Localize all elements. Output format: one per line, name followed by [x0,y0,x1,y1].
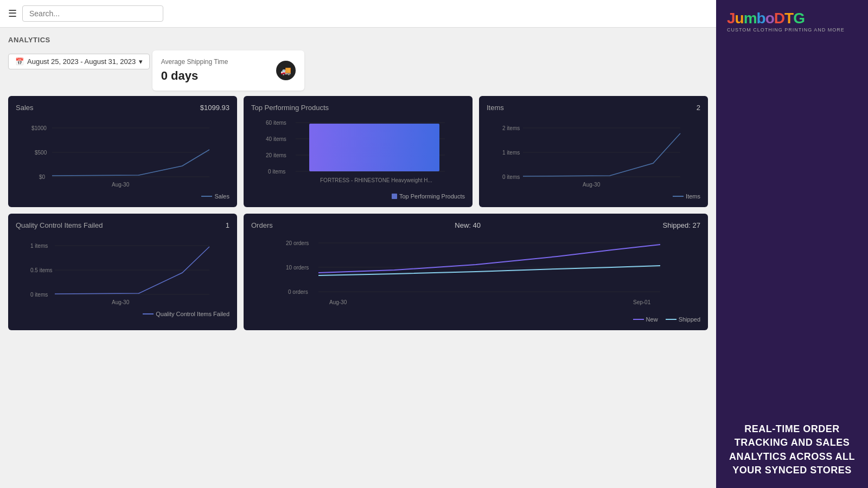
main-area: ☰ ANALYTICS 📅 August 25, 2023 - August 3… [0,0,716,488]
orders-chart-svg: 20 orders 10 orders 0 orders Aug-30 Sep-… [251,235,700,311]
svg-text:$1000: $1000 [31,125,47,131]
qc-legend-item: Quality Control Items Failed [143,311,229,317]
svg-text:0 items: 0 items [30,292,48,298]
items-chart-title: Items [487,104,504,112]
items-legend: Items [487,193,700,200]
stat-content: Average Shipping Time 0 days [161,58,228,83]
svg-text:20 orders: 20 orders [286,240,309,246]
svg-text:0 items: 0 items [268,169,285,175]
logo-subtitle: CUSTOM CLOTHING PRINTING AND MORE [727,27,857,33]
svg-text:0 orders: 0 orders [288,289,308,295]
shipped-legend-label: Shipped [679,316,700,323]
svg-text:$0: $0 [39,174,46,180]
orders-shipped-label: Shipped: 27 [663,221,700,229]
logo-d: D [774,10,784,27]
svg-text:FORTRESS - RHINESTONE Heavywei: FORTRESS - RHINESTONE Heavyweight H... [320,177,432,183]
svg-text:Aug-30: Aug-30 [112,299,130,305]
orders-legend: New Shipped [251,316,700,323]
top-products-legend-item: Top Performing Products [392,193,465,200]
orders-chart-title: Orders [251,221,273,229]
svg-text:0.5 items: 0.5 items [30,267,53,273]
qc-legend-label: Quality Control Items Failed [156,311,229,317]
stat-value: 0 days [161,69,228,83]
svg-text:40 items: 40 items [266,136,286,142]
sales-chart-title: Sales [16,104,34,112]
items-legend-label: Items [686,193,700,200]
dashboard-grid: Sales $1099.93 $1000 $500 $0 Aug-30 [0,96,716,338]
sidebar: JumboDTG CUSTOM CLOTHING PRINTING AND MO… [716,0,868,488]
calendar-icon: 📅 [15,57,24,66]
svg-text:20 items: 20 items [266,152,286,158]
shipping-stat-card: Average Shipping Time 0 days 🚚 [152,50,304,91]
top-products-header: Top Performing Products [251,104,465,112]
logo-b: b [757,10,765,27]
logo-g: G [793,10,805,27]
orders-new-label: New: 40 [455,221,481,229]
items-chart-svg: 2 items 1 items 0 items Aug-30 [487,117,700,188]
svg-text:1 items: 1 items [30,243,48,249]
date-picker[interactable]: 📅 August 25, 2023 - August 31, 2023 ▾ [8,54,150,69]
sidebar-tagline: REAL-TIME ORDER TRACKING AND SALES ANALY… [727,422,857,477]
items-chart-header: Items 2 [487,104,700,112]
qc-legend: Quality Control Items Failed [16,311,229,317]
logo-j: J [727,10,735,27]
orders-chart-header: Orders New: 40 Shipped: 27 [251,221,700,229]
svg-text:2 items: 2 items [502,125,520,131]
header: ☰ [0,0,716,28]
svg-text:Aug-30: Aug-30 [583,182,601,188]
stat-label: Average Shipping Time [161,58,228,66]
sales-legend-item: Sales [201,193,229,200]
menu-icon[interactable]: ☰ [8,8,17,20]
qc-chart-header: Quality Control Items Failed 1 [16,221,229,229]
sales-chart-header: Sales $1099.93 [16,104,229,112]
qc-chart-card: Quality Control Items Failed 1 1 items 0… [8,214,237,330]
top-products-legend-label: Top Performing Products [399,193,465,200]
top-products-chart-card: Top Performing Products 60 items 40 item… [244,96,473,207]
qc-chart-value: 1 [226,221,229,229]
new-legend-label: New [646,316,658,323]
shipping-icon: 🚚 [276,61,296,80]
svg-text:Aug-30: Aug-30 [112,182,130,188]
new-legend-item: New [633,316,658,323]
qc-chart-title: Quality Control Items Failed [16,221,103,229]
top-products-legend: Top Performing Products [251,193,465,200]
sales-legend: Sales [16,193,229,200]
sales-legend-label: Sales [214,193,229,200]
items-legend-item: Items [673,193,700,200]
logo-area: JumboDTG CUSTOM CLOTHING PRINTING AND MO… [727,11,857,33]
items-chart-value: 2 [697,104,700,112]
dropdown-icon: ▾ [139,57,143,66]
svg-text:0 items: 0 items [502,174,520,180]
shipped-legend-item: Shipped [666,316,700,323]
logo-m: m [744,10,757,27]
date-range-label: August 25, 2023 - August 31, 2023 [27,57,136,66]
qc-chart-svg: 1 items 0.5 items 0 items Aug-30 [16,235,229,305]
svg-text:1 items: 1 items [502,150,520,156]
logo-o: o [765,10,774,27]
sales-chart-card: Sales $1099.93 $1000 $500 $0 Aug-30 [8,96,237,207]
top-products-title: Top Performing Products [251,104,329,112]
logo-t: T [784,10,793,27]
top-products-svg: 60 items 40 items 20 items 0 items FORTR… [251,117,465,188]
sales-chart-value: $1099.93 [200,104,229,112]
logo-u: u [735,10,744,27]
orders-chart-card: Orders New: 40 Shipped: 27 20 orders 10 … [244,214,708,330]
sales-chart-svg: $1000 $500 $0 Aug-30 [16,117,229,188]
items-chart-card: Items 2 2 items 1 items 0 items Aug-30 I… [479,96,708,207]
svg-text:Aug-30: Aug-30 [329,299,347,305]
analytics-section: ANALYTICS 📅 August 25, 2023 - August 31,… [0,28,716,96]
search-input[interactable] [22,5,163,22]
svg-text:10 orders: 10 orders [286,265,309,271]
logo-text: JumboDTG [727,11,857,26]
svg-text:$500: $500 [35,150,47,156]
svg-text:60 items: 60 items [266,120,286,126]
svg-text:Sep-01: Sep-01 [633,299,651,305]
analytics-title: ANALYTICS [8,36,708,44]
svg-rect-15 [309,124,439,171]
